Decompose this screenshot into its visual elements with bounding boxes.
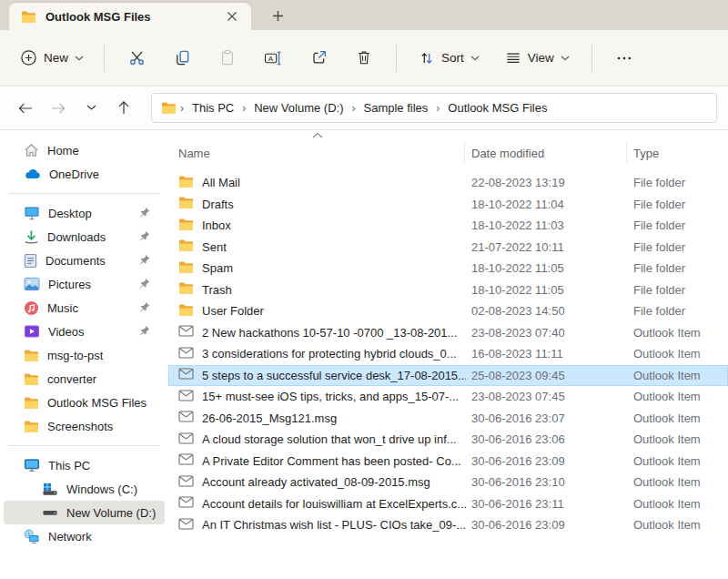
recent-locations-button[interactable] xyxy=(76,94,106,123)
file-name: Sent xyxy=(202,237,227,259)
more-options-button[interactable] xyxy=(604,41,644,76)
file-name: 3 considerations for protecting hybrid c… xyxy=(202,343,457,365)
mail-icon xyxy=(178,432,194,444)
file-row[interactable]: 26-06-2015_Msg121.msg30-06-2016 23:07Out… xyxy=(168,408,728,430)
sidebar-item-desktop[interactable]: Desktop xyxy=(4,201,165,225)
sidebar-item-network[interactable]: Network xyxy=(4,524,165,548)
sidebar-item-label: Network xyxy=(48,530,92,543)
sidebar-item-documents[interactable]: Documents xyxy=(4,249,165,272)
file-name: 2 New hackathons 10-57-10 -0700 _13-08-2… xyxy=(202,322,457,344)
sidebar-item-label: Pictures xyxy=(48,278,91,291)
paste-button[interactable] xyxy=(207,41,248,76)
sidebar-item-videos[interactable]: Videos xyxy=(4,320,165,343)
file-row[interactable]: 2 New hackathons 10-57-10 -0700 _13-08-2… xyxy=(168,322,728,344)
sidebar-item-label: Outlook MSG Files xyxy=(47,396,147,410)
breadcrumb-chevron-icon: › xyxy=(177,102,187,115)
share-button[interactable] xyxy=(298,41,339,76)
sidebar-item-new-volume-d[interactable]: New Volume (D:) xyxy=(4,501,165,524)
folder-icon xyxy=(178,175,194,188)
breadcrumb-chevron-icon: › xyxy=(348,102,359,115)
sidebar-item-converter[interactable]: converter xyxy=(4,367,165,391)
sidebar-item-pictures[interactable]: Pictures xyxy=(4,272,165,296)
sidebar-item-outlook-msg-files[interactable]: Outlook MSG Files xyxy=(4,391,165,414)
file-type: Outlook Item xyxy=(633,451,701,472)
file-name: Spam xyxy=(202,258,233,279)
copy-icon xyxy=(174,49,191,66)
file-row[interactable]: Spam18-10-2022 11:05File folder xyxy=(168,258,728,279)
file-row[interactable]: User Folder02-08-2023 14:50File folder xyxy=(168,300,728,322)
file-row[interactable]: Account already activated_08-09-2015.msg… xyxy=(168,472,728,493)
column-header-date-modified[interactable]: Date modified xyxy=(471,147,544,160)
view-button[interactable]: View xyxy=(496,44,579,73)
file-row[interactable]: All Mail22-08-2023 13:19File folder xyxy=(168,172,728,194)
sort-button[interactable]: Sort xyxy=(410,43,489,74)
sidebar-item-label: Documents xyxy=(46,254,106,268)
chevron-down-icon xyxy=(86,105,96,111)
up-button[interactable] xyxy=(109,94,138,123)
sidebar-item-onedrive[interactable]: OneDrive xyxy=(4,162,165,186)
file-date-modified: 23-08-2023 07:40 xyxy=(471,322,565,344)
file-date-modified: 18-10-2022 11:03 xyxy=(471,215,564,237)
file-row[interactable]: An IT Christmas wish list - PLUS- CIOs t… xyxy=(168,514,728,536)
file-rows: All Mail22-08-2023 13:19File folderDraft… xyxy=(168,172,728,536)
delete-button[interactable] xyxy=(344,41,384,76)
forward-button[interactable] xyxy=(44,94,73,123)
breadcrumb[interactable]: ›This PC›New Volume (D:)›Sample files›Ou… xyxy=(151,93,717,123)
view-button-label: View xyxy=(528,51,554,65)
close-tab-icon[interactable] xyxy=(222,6,242,26)
rename-button[interactable]: A xyxy=(253,41,293,76)
mail-icon xyxy=(178,474,194,487)
cut-button[interactable] xyxy=(116,41,157,76)
file-type: Outlook Item xyxy=(633,408,701,430)
sidebar-item-label: Videos xyxy=(48,325,85,339)
back-button[interactable] xyxy=(11,94,40,123)
column-header-name[interactable]: Name xyxy=(178,147,210,160)
sidebar-item-label: OneDrive xyxy=(49,168,99,181)
file-name: Account already activated_08-09-2015.msg xyxy=(202,472,430,493)
sidebar-item-screenshots[interactable]: Screenshots xyxy=(4,414,165,438)
sidebar-item-windows-c[interactable]: Windows (C:) xyxy=(4,477,165,501)
folder-icon xyxy=(24,420,39,433)
column-divider[interactable] xyxy=(464,141,465,163)
file-type: Outlook Item xyxy=(633,472,701,493)
mail-icon xyxy=(178,496,194,509)
file-row[interactable]: Account details for louiswilliam at Exce… xyxy=(168,493,728,515)
file-row[interactable]: A cloud storage solution that won_t driv… xyxy=(168,429,728,451)
breadcrumb-item[interactable]: Sample files xyxy=(359,98,432,117)
mail-icon xyxy=(178,368,194,381)
file-row[interactable]: Inbox18-10-2022 11:03File folder xyxy=(168,215,728,237)
breadcrumb-item[interactable]: This PC xyxy=(187,98,238,117)
sidebar-item-label: Downloads xyxy=(47,230,106,244)
breadcrumb-item[interactable]: New Volume (D:) xyxy=(249,98,348,117)
videos-icon xyxy=(24,324,40,339)
column-header-type[interactable]: Type xyxy=(633,147,659,160)
file-date-modified: 18-10-2022 11:04 xyxy=(471,194,564,216)
sidebar-item-msg-to-pst[interactable]: msg-to-pst xyxy=(4,343,165,367)
new-tab-button[interactable] xyxy=(266,4,289,27)
file-row[interactable]: Drafts18-10-2022 11:04File folder xyxy=(168,194,728,216)
new-button-label: New xyxy=(44,51,68,65)
file-row[interactable]: 5 steps to a successful service desk_17-… xyxy=(168,365,728,387)
file-name: An IT Christmas wish list - PLUS- CIOs t… xyxy=(202,514,466,536)
sidebar-separator xyxy=(9,193,159,194)
breadcrumb-chevron-icon: › xyxy=(432,102,443,115)
file-row[interactable]: 15+ must-see iOS tips, tricks, and apps_… xyxy=(168,386,728,408)
sidebar-item-music[interactable]: Music xyxy=(4,296,165,320)
clipboard-icon xyxy=(219,49,236,66)
column-divider[interactable] xyxy=(626,141,627,163)
sidebar-item-downloads[interactable]: Downloads xyxy=(4,225,165,249)
file-row[interactable]: 3 considerations for protecting hybrid c… xyxy=(168,343,728,365)
new-button[interactable]: New xyxy=(9,42,95,74)
file-row[interactable]: A Private Editor Comment has been posted… xyxy=(168,451,728,472)
mail-icon xyxy=(178,453,194,466)
folder-icon xyxy=(178,260,194,274)
file-date-modified: 30-06-2016 23:09 xyxy=(471,514,565,536)
sidebar-item-home[interactable]: Home xyxy=(4,138,165,162)
copy-button[interactable] xyxy=(162,41,202,76)
explorer-tab[interactable]: Outlook MSG Files xyxy=(9,3,251,30)
breadcrumb-item[interactable]: Outlook MSG Files xyxy=(443,98,551,117)
file-type: File folder xyxy=(633,215,685,237)
file-row[interactable]: Sent21-07-2022 10:11File folder xyxy=(168,237,728,259)
sidebar-item-this-pc[interactable]: This PC xyxy=(4,453,165,477)
file-row[interactable]: Trash18-10-2022 11:05File folder xyxy=(168,279,728,301)
